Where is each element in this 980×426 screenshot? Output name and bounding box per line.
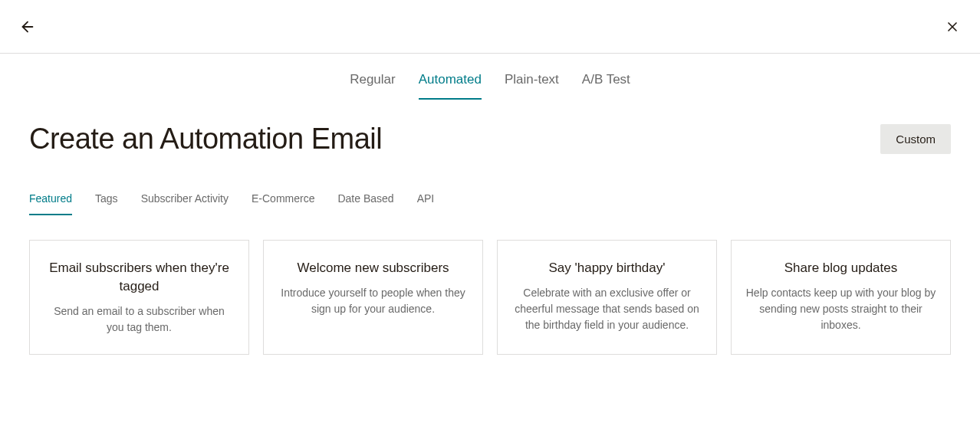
content-area: Create an Automation Email Custom Featur…	[0, 100, 980, 355]
subtab-subscriber-activity[interactable]: Subscriber Activity	[141, 192, 229, 215]
tab-automated[interactable]: Automated	[419, 72, 482, 100]
card-description: Introduce yourself to people when they s…	[278, 285, 469, 317]
page-title: Create an Automation Email	[29, 123, 382, 156]
card-blog-updates[interactable]: Share blog updates Help contacts keep up…	[731, 240, 951, 355]
top-tabs: Regular Automated Plain-text A/B Test	[0, 54, 980, 100]
close-icon	[945, 19, 960, 34]
card-email-tagged[interactable]: Email subscribers when they're tagged Se…	[29, 240, 249, 355]
subtab-api[interactable]: API	[417, 192, 435, 215]
subtab-tags[interactable]: Tags	[95, 192, 118, 215]
card-description: Help contacts keep up with your blog by …	[745, 285, 936, 333]
custom-button[interactable]: Custom	[880, 124, 951, 154]
card-title: Email subscribers when they're tagged	[44, 259, 235, 296]
title-row: Create an Automation Email Custom	[29, 123, 951, 156]
arrow-left-icon	[19, 18, 36, 35]
tab-ab-test[interactable]: A/B Test	[582, 72, 630, 100]
subtab-featured[interactable]: Featured	[29, 192, 72, 215]
automation-cards: Email subscribers when they're tagged Se…	[29, 240, 951, 355]
tab-regular[interactable]: Regular	[350, 72, 396, 100]
card-title: Say 'happy birthday'	[511, 259, 702, 277]
subtab-ecommerce[interactable]: E-Commerce	[252, 192, 314, 215]
tab-plain-text[interactable]: Plain-text	[505, 72, 559, 100]
close-button[interactable]	[943, 18, 962, 36]
card-description: Celebrate with an exclusive offer or che…	[511, 285, 702, 333]
card-title: Share blog updates	[745, 259, 936, 277]
card-description: Send an email to a subscriber when you t…	[44, 303, 235, 336]
card-birthday[interactable]: Say 'happy birthday' Celebrate with an e…	[497, 240, 717, 355]
sub-tabs: Featured Tags Subscriber Activity E-Comm…	[29, 192, 951, 215]
card-title: Welcome new subscribers	[278, 259, 469, 277]
subtab-date-based[interactable]: Date Based	[337, 192, 393, 215]
back-button[interactable]	[18, 18, 37, 36]
top-bar	[0, 0, 980, 54]
card-welcome[interactable]: Welcome new subscribers Introduce yourse…	[263, 240, 483, 355]
